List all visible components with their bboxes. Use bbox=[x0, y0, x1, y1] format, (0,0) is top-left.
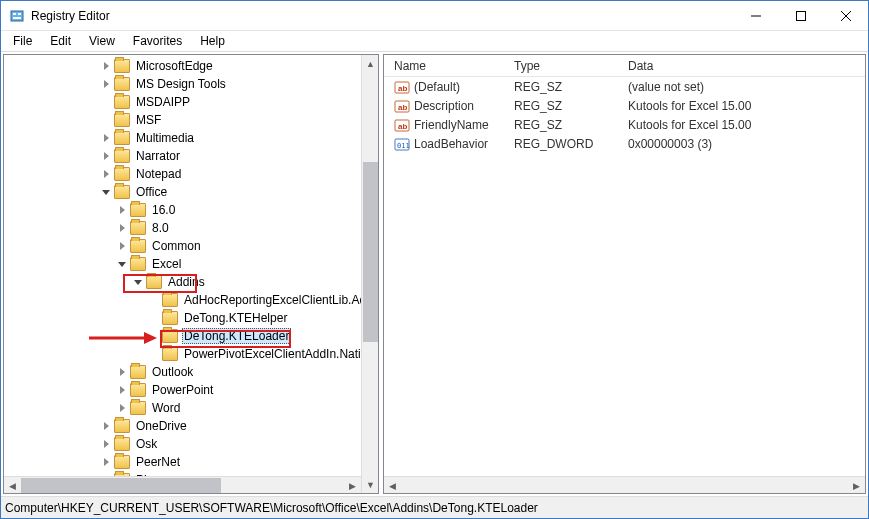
svg-rect-1 bbox=[13, 13, 16, 15]
folder-icon bbox=[162, 293, 178, 307]
menu-edit[interactable]: Edit bbox=[42, 32, 79, 50]
maximize-button[interactable] bbox=[778, 1, 823, 30]
close-button[interactable] bbox=[823, 1, 868, 30]
chevron-right-icon[interactable] bbox=[116, 366, 128, 378]
tree-item[interactable]: MSDAIPP bbox=[4, 93, 378, 111]
tree-item[interactable]: PowerPoint bbox=[4, 381, 378, 399]
tree-item[interactable]: DeTong.KTELoader bbox=[4, 327, 378, 345]
chevron-right-icon[interactable] bbox=[116, 384, 128, 396]
folder-icon bbox=[114, 59, 130, 73]
tree-item-label: Osk bbox=[134, 437, 159, 451]
folder-icon bbox=[114, 419, 130, 433]
scroll-left-button[interactable]: ◀ bbox=[4, 477, 21, 494]
chevron-right-icon[interactable] bbox=[100, 60, 112, 72]
scroll-thumb-h[interactable] bbox=[21, 478, 221, 493]
chevron-right-icon[interactable] bbox=[116, 402, 128, 414]
minimize-button[interactable] bbox=[733, 1, 778, 30]
value-data: (value not set) bbox=[622, 77, 842, 97]
folder-icon bbox=[114, 455, 130, 469]
tree-item[interactable]: MS Design Tools bbox=[4, 75, 378, 93]
svg-rect-2 bbox=[18, 13, 21, 15]
listview-body: ab(Default)REG_SZ(value not set)abDescri… bbox=[384, 77, 865, 153]
value-data: 0x00000003 (3) bbox=[622, 134, 842, 154]
chevron-right-icon[interactable] bbox=[100, 150, 112, 162]
tree-item[interactable]: Office bbox=[4, 183, 378, 201]
tree-item-label: MSF bbox=[134, 113, 163, 127]
value-type: REG_SZ bbox=[508, 115, 622, 135]
chevron-right-icon[interactable] bbox=[116, 240, 128, 252]
tree-item-label: Word bbox=[150, 401, 182, 415]
list-hscroll[interactable]: ◀ ▶ bbox=[384, 476, 865, 493]
scroll-left-button[interactable]: ◀ bbox=[384, 477, 401, 494]
svg-text:ab: ab bbox=[398, 122, 407, 131]
chevron-down-icon[interactable] bbox=[116, 258, 128, 270]
chevron-right-icon[interactable] bbox=[100, 438, 112, 450]
folder-icon bbox=[130, 203, 146, 217]
tree-item[interactable]: PeerNet bbox=[4, 453, 378, 471]
scroll-right-button[interactable]: ▶ bbox=[848, 477, 865, 494]
scroll-thumb[interactable] bbox=[363, 162, 378, 342]
chevron-right-icon[interactable] bbox=[100, 78, 112, 90]
registry-tree[interactable]: MicrosoftEdgeMS Design ToolsMSDAIPPMSFMu… bbox=[4, 55, 378, 493]
tree-item[interactable]: 8.0 bbox=[4, 219, 378, 237]
tree-item[interactable]: Common bbox=[4, 237, 378, 255]
tree-item[interactable]: PowerPivotExcelClientAddIn.NativeEntry.1 bbox=[4, 345, 378, 363]
folder-icon bbox=[114, 167, 130, 181]
tree-item[interactable]: MSF bbox=[4, 111, 378, 129]
chevron-right-icon[interactable] bbox=[100, 420, 112, 432]
tree-item[interactable]: MicrosoftEdge bbox=[4, 57, 378, 75]
tree-item[interactable]: Osk bbox=[4, 435, 378, 453]
folder-icon bbox=[130, 239, 146, 253]
tree-item-label: Multimedia bbox=[134, 131, 196, 145]
chevron-right-icon[interactable] bbox=[116, 204, 128, 216]
tree-item-label: PowerPoint bbox=[150, 383, 215, 397]
tree-vscroll[interactable]: ▲ ▼ bbox=[361, 55, 378, 493]
menu-favorites[interactable]: Favorites bbox=[125, 32, 190, 50]
list-row[interactable]: abDescriptionREG_SZKutools for Excel 15.… bbox=[388, 96, 865, 115]
values-listview[interactable]: NameTypeData ab(Default)REG_SZ(value not… bbox=[384, 55, 865, 493]
tree-item[interactable]: Addins bbox=[4, 273, 378, 291]
chevron-down-icon[interactable] bbox=[100, 186, 112, 198]
value-name: Description bbox=[414, 99, 474, 113]
folder-icon bbox=[114, 437, 130, 451]
chevron-down-icon[interactable] bbox=[132, 276, 144, 288]
tree-item[interactable]: DeTong.KTEHelper bbox=[4, 309, 378, 327]
column-header[interactable]: Data bbox=[622, 56, 842, 76]
tree-panel: MicrosoftEdgeMS Design ToolsMSDAIPPMSFMu… bbox=[3, 54, 379, 494]
menu-help[interactable]: Help bbox=[192, 32, 233, 50]
chevron-right-icon[interactable] bbox=[100, 456, 112, 468]
list-row[interactable]: 011LoadBehaviorREG_DWORD0x00000003 (3) bbox=[388, 134, 865, 153]
expander-none bbox=[100, 96, 112, 108]
tree-item[interactable]: Notepad bbox=[4, 165, 378, 183]
titlebar[interactable]: Registry Editor bbox=[1, 1, 868, 31]
listview-header[interactable]: NameTypeData bbox=[384, 55, 865, 77]
column-header[interactable]: Name bbox=[388, 56, 508, 76]
folder-icon bbox=[130, 257, 146, 271]
tree-item[interactable]: 16.0 bbox=[4, 201, 378, 219]
tree-item-label: Common bbox=[150, 239, 203, 253]
column-header[interactable]: Type bbox=[508, 56, 622, 76]
folder-icon bbox=[162, 329, 178, 343]
scroll-right-button[interactable]: ▶ bbox=[344, 477, 361, 494]
expander-none bbox=[100, 114, 112, 126]
scroll-down-button[interactable]: ▼ bbox=[362, 476, 379, 493]
tree-hscroll[interactable]: ◀ ▶ bbox=[4, 476, 361, 493]
svg-text:011: 011 bbox=[397, 142, 410, 150]
list-row[interactable]: ab(Default)REG_SZ(value not set) bbox=[388, 77, 865, 96]
scroll-up-button[interactable]: ▲ bbox=[362, 55, 379, 72]
tree-item[interactable]: Excel bbox=[4, 255, 378, 273]
tree-item-label: Narrator bbox=[134, 149, 182, 163]
list-row[interactable]: abFriendlyNameREG_SZKutools for Excel 15… bbox=[388, 115, 865, 134]
chevron-right-icon[interactable] bbox=[116, 222, 128, 234]
tree-item[interactable]: Word bbox=[4, 399, 378, 417]
tree-item[interactable]: Multimedia bbox=[4, 129, 378, 147]
tree-item[interactable]: Narrator bbox=[4, 147, 378, 165]
chevron-right-icon[interactable] bbox=[100, 132, 112, 144]
tree-item[interactable]: AdHocReportingExcelClientLib.AdHocReport… bbox=[4, 291, 378, 309]
chevron-right-icon[interactable] bbox=[100, 168, 112, 180]
tree-item[interactable]: Outlook bbox=[4, 363, 378, 381]
tree-item[interactable]: OneDrive bbox=[4, 417, 378, 435]
menu-view[interactable]: View bbox=[81, 32, 123, 50]
menu-file[interactable]: File bbox=[5, 32, 40, 50]
folder-icon bbox=[114, 131, 130, 145]
